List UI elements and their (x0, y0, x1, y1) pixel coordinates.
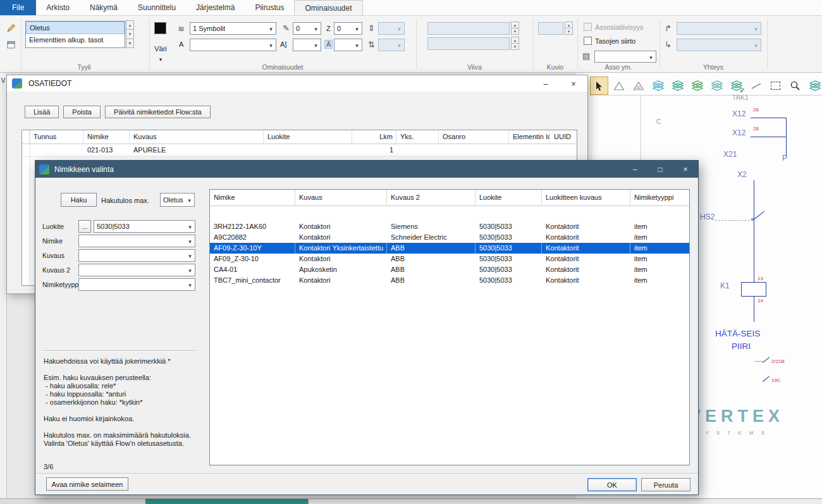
minimize-button[interactable]: – (622, 161, 647, 178)
dropdown-arrow-icon[interactable] (646, 53, 656, 61)
osatiedot-button-1[interactable]: Lisää (25, 106, 59, 118)
spin-down-icon[interactable] (565, 28, 573, 35)
connection-combo (677, 22, 761, 35)
open-item-browser-button[interactable]: Avaa nimike selaimeen (46, 477, 128, 491)
column-header[interactable]: Nimike (210, 190, 295, 206)
result-row[interactable]: A9C20882KontaktoriSchneider Electric5030… (210, 232, 689, 243)
cancel-button[interactable]: Peruuta (641, 478, 690, 491)
result-row[interactable]: CA4-01ApukosketinABB5030|5033Kontaktorit… (210, 264, 689, 275)
tab-järjestelmä[interactable]: Järjestelmä (186, 0, 245, 15)
zoom-window-icon[interactable] (766, 77, 785, 95)
result-row[interactable]: 3RH2122-1AK60KontaktoriSiemens5030|5033K… (210, 221, 689, 232)
ribbon-divider (416, 19, 417, 69)
spin-up-icon[interactable] (126, 20, 134, 30)
style-option[interactable]: Elementtien alkup. tasot (26, 34, 125, 47)
table-row[interactable]: 021-013APURELE1 (22, 144, 577, 157)
checkbox-assosiatiivisyys[interactable]: Assosiatiivisyys (584, 23, 643, 31)
tab-suunnittelu[interactable]: Suunnittelu (128, 0, 186, 15)
column-header[interactable]: Luokite (475, 190, 542, 206)
contact-line (755, 361, 763, 362)
hakutulos-combo[interactable]: Oletus (160, 193, 195, 207)
polygon-hatch-icon[interactable] (629, 77, 647, 95)
column-header[interactable]: Luokitteen kuvaus (542, 190, 630, 206)
spin-down-icon[interactable] (126, 29, 134, 39)
dropdown-arrow-icon[interactable] (185, 223, 195, 230)
cell: 021-013 (83, 144, 130, 156)
ok-button[interactable]: OK (587, 478, 637, 491)
symbol-layer-combo[interactable]: 1 Symbolit (190, 22, 276, 35)
tab-ominaisuudet[interactable]: Ominaisuudet (294, 0, 362, 15)
checkbox-icon[interactable] (584, 23, 592, 31)
dropdown-arrow-icon[interactable] (266, 41, 276, 49)
dropdown-arrow-icon[interactable] (185, 237, 195, 245)
spin-down-icon[interactable] (511, 28, 519, 35)
tab-arkisto[interactable]: Arkisto (36, 0, 80, 15)
column-header[interactable]: Kuvaus (295, 190, 387, 206)
style-list[interactable]: OletusElementtien alkup. tasot (25, 21, 125, 48)
zoom-icon[interactable] (786, 77, 804, 95)
column-header[interactable]: Kuvaus 2 (387, 190, 475, 206)
close-button[interactable]: × (560, 75, 587, 92)
checkbox-tasojen-siirto[interactable]: Tasojen siirto (584, 37, 635, 45)
minimize-button[interactable]: – (532, 75, 560, 92)
polygon-icon[interactable] (610, 77, 628, 95)
color-swatch[interactable] (154, 22, 166, 34)
browse-button[interactable]: ... (78, 220, 91, 233)
copy-properties-icon[interactable] (5, 39, 18, 51)
maximize-button[interactable]: □ (647, 161, 673, 178)
field-combo-nimiketyyppi[interactable] (78, 278, 195, 291)
dialog-titlebar[interactable]: Nimikkeen valinta – □ × (35, 161, 698, 178)
status-bar-scroll[interactable] (308, 499, 822, 504)
field-combo-nimike[interactable] (78, 235, 195, 247)
dropdown-arrow-icon[interactable] (266, 25, 276, 32)
field-combo-kuvaus[interactable] (78, 249, 195, 262)
results-table[interactable]: NimikeKuvausKuvaus 2LuokiteLuokitteen ku… (209, 189, 690, 465)
column-header[interactable]: Nimiketyyppi (630, 190, 690, 206)
text-umlaut-label[interactable]: Ä (324, 40, 333, 49)
dropdown-arrow-icon[interactable] (185, 266, 195, 274)
color-dropdown-arrow-icon[interactable] (149, 55, 172, 63)
wire (754, 297, 754, 322)
style-pick-icon[interactable] (5, 22, 18, 34)
z-level-combo[interactable]: 0 (334, 22, 362, 35)
dropdown-arrow-icon[interactable] (185, 252, 195, 259)
font-combo[interactable] (190, 39, 276, 51)
osatiedot-button-3[interactable]: Päivitä nimiketiedot Flow:sta (105, 106, 211, 118)
osatiedot-button-2[interactable]: Poista (63, 106, 101, 118)
dropdown-arrow-icon[interactable] (311, 41, 321, 49)
layers-outline-icon[interactable] (708, 77, 726, 95)
dropdown-arrow-icon[interactable] (185, 196, 194, 204)
result-row[interactable]: TBC7_mini_contactorKontaktoriABB5030|503… (210, 275, 689, 286)
tab-file[interactable]: File (0, 0, 36, 15)
line-icon[interactable] (747, 77, 765, 95)
dropdown-arrow-icon[interactable] (311, 25, 321, 32)
osatiedot-titlebar[interactable]: OSATIEDOT – × (7, 75, 587, 92)
layers-extra-icon[interactable] (806, 77, 822, 95)
pen-width-combo[interactable]: 0 (293, 22, 321, 35)
layers-green-icon[interactable] (688, 77, 706, 95)
haku-button[interactable]: Haku (61, 193, 97, 207)
expand-icon[interactable] (126, 39, 134, 48)
style-option[interactable]: Oletus (26, 22, 125, 34)
result-row[interactable]: AF09_Z-30-10KontaktoriABB5030|5033Kontak… (210, 254, 689, 264)
dropdown-arrow-icon[interactable] (352, 41, 362, 49)
text-height-combo[interactable] (293, 39, 321, 51)
dock-title-letter: V (1, 77, 6, 84)
tab-näkymä[interactable]: Näkymä (80, 0, 128, 15)
checkbox-icon[interactable] (584, 37, 592, 45)
dropdown-arrow-icon[interactable] (352, 25, 362, 32)
field-combo-luokite[interactable]: 5030|5033 (94, 220, 195, 233)
field-combo-kuvaus-2[interactable] (78, 264, 195, 276)
tab-piirustus[interactable]: Piirustus (245, 0, 294, 15)
spin-down-icon[interactable] (511, 43, 519, 50)
layers-teal-icon[interactable] (668, 77, 687, 95)
layers-cyan-icon[interactable] (649, 77, 667, 95)
result-row[interactable]: AF09-Z-30-10YKontaktori Yksinkertaistett… (210, 243, 689, 254)
text-style-combo[interactable] (334, 39, 362, 51)
status-bar (0, 498, 822, 504)
close-button[interactable]: × (673, 161, 698, 178)
asso-combo[interactable] (594, 51, 656, 63)
dropdown-arrow-icon[interactable] (185, 281, 195, 288)
layers-check-icon[interactable]: ✓ (727, 77, 745, 95)
select-cursor-icon[interactable] (590, 77, 608, 95)
